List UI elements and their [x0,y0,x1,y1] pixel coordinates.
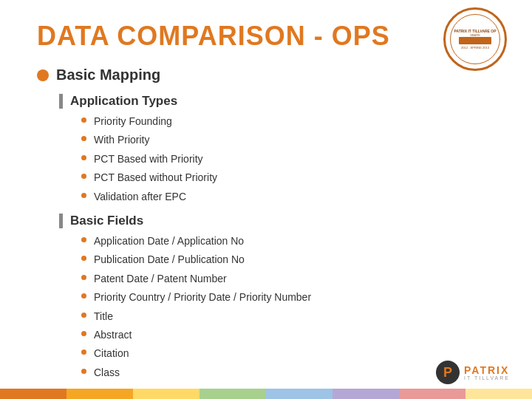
application-types-section: Application Types Priority Founding With… [0,94,532,205]
bullet-icon [81,256,86,261]
stamp-circle: PATRIX IT TILLVARE OP SB&RS 2012 - SPRIN… [443,7,507,71]
basic-fields-bar [59,214,63,228]
bullet-icon [81,349,86,355]
bullet-icon [81,313,86,318]
list-item: Title [81,308,532,324]
list-item: Validation after EPC [81,188,532,205]
patrix-name: PATRIX [464,365,510,375]
item-text: With Priority [94,132,149,148]
app-types-bar [59,94,63,109]
bullet-icon [81,155,86,160]
item-text: PCT Based without Priority [94,169,217,185]
list-item: Citation [81,345,532,361]
stamp-inner: PATRIX IT TILLVARE OP SB&RS 2012 - SPRIN… [450,14,500,64]
list-item: Abstract [81,327,532,343]
application-types-list: Priority Founding With Priority PCT Base… [59,113,532,205]
list-item: Publication Date / Publication No [81,251,532,267]
bar-segment-5 [266,389,332,399]
list-item: PCT Based with Priority [81,151,532,167]
basic-mapping-label: Basic Mapping [56,66,160,83]
patrix-p-icon: P [436,361,460,384]
patrix-logo: P PATRIX IT TILLVARE [436,361,510,384]
bottom-color-bar [0,389,532,399]
bar-segment-7 [399,389,466,399]
bullet-icon [81,331,86,336]
bar-segment-4 [200,389,266,399]
bar-segment-3 [133,389,200,399]
bullet-icon [81,369,86,374]
basic-fields-header: Basic Fields [59,214,532,228]
list-item: PCT Based without Priority [81,169,532,185]
bar-segment-2 [66,389,133,399]
basic-fields-list: Application Date / Application No Public… [59,233,532,381]
item-text: Citation [94,345,129,361]
application-types-header: Application Types [59,94,532,109]
item-text: Title [94,308,113,324]
bar-segment-1 [0,389,66,399]
item-text: Publication Date / Publication No [94,251,245,267]
bar-segment-6 [332,389,399,399]
item-text: PCT Based with Priority [94,151,203,167]
item-text: Priority Founding [94,113,172,129]
bullet-icon [81,237,86,242]
basic-fields-label: Basic Fields [70,214,143,228]
stamp-bottom-text: 2012 - SPRING 2013 [461,46,489,50]
logo-area: PATRIX IT TILLVARE OP SB&RS 2012 - SPRIN… [443,7,510,74]
main-container: PATRIX IT TILLVARE OP SB&RS 2012 - SPRIN… [0,0,532,399]
patrix-text-group: PATRIX IT TILLVARE [464,365,510,381]
list-item: Priority Country / Priority Date / Prior… [81,289,532,305]
application-types-label: Application Types [70,94,177,109]
item-text: Application Date / Application No [94,233,244,249]
item-text: Abstract [94,327,132,343]
list-item: Application Date / Application No [81,233,532,249]
list-item: Priority Founding [81,113,532,129]
item-text: Class [94,364,120,381]
list-item: Patent Date / Patent Number [81,270,532,287]
section-bullet [37,69,49,81]
stamp-skyline [459,37,491,44]
basic-fields-section: Basic Fields Application Date / Applicat… [0,214,532,381]
bullet-icon [81,275,86,280]
item-text: Patent Date / Patent Number [94,270,227,287]
bar-segment-8 [466,389,532,399]
bullet-icon [81,174,86,179]
list-item: With Priority [81,132,532,148]
bullet-icon [81,117,86,123]
item-text: Validation after EPC [94,188,186,205]
bullet-icon [81,293,86,299]
bullet-icon [81,193,86,198]
bullet-icon [81,136,86,141]
item-text: Priority Country / Priority Date / Prior… [94,289,311,305]
patrix-sub: IT TILLVARE [464,375,510,381]
